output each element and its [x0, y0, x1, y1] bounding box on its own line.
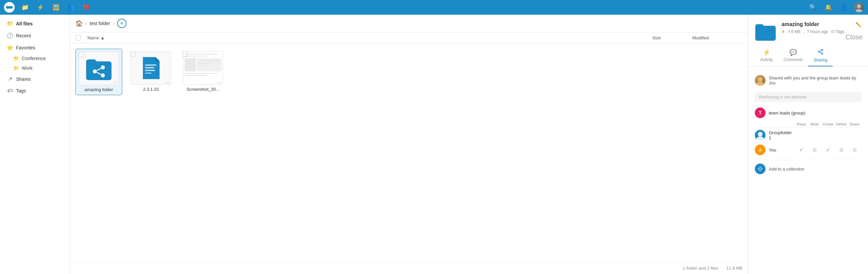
svg-point-18 [821, 53, 823, 54]
nextcloud-logo[interactable] [4, 2, 15, 13]
tab-activity[interactable]: ⚡ Activity [755, 45, 778, 66]
topbar: 📁 ⚡ 🖼️ 👥 ❤️ 🔍 🔔 👤 [0, 0, 868, 15]
tab-sharing[interactable]: Sharing [808, 45, 833, 66]
photos-nav-icon[interactable]: 🖼️ [51, 2, 61, 12]
file-grid-inner: amazing folder ··· [75, 49, 742, 95]
user-avatar[interactable] [854, 2, 864, 12]
breadcrumb-home[interactable]: 🏠 [75, 20, 83, 27]
svg-point-25 [759, 168, 762, 170]
svg-rect-12 [145, 64, 156, 66]
svg-rect-15 [145, 72, 152, 74]
file-grid: amazing folder ··· [70, 43, 748, 262]
sidebar-item-conference[interactable]: 📁 Conference [1, 54, 68, 63]
svg-point-9 [101, 73, 105, 78]
detail-size: 7.6 MB [788, 29, 801, 34]
file-svg [141, 56, 161, 80]
activity-tab-label: Activity [760, 57, 773, 62]
sidebar-item-all-files[interactable]: 📁 All files [1, 18, 68, 29]
file-item-2[interactable]: 2.3.1.15 ··· [127, 49, 174, 95]
groupfolder-avatar [755, 130, 766, 141]
add-collection-icon [755, 163, 766, 174]
sidebar-item-shares[interactable]: ↗ Shares [1, 73, 68, 85]
subfolder-icon: 📁 [13, 56, 19, 61]
sidebar-favorites-label: Favorites [16, 45, 35, 51]
detail-tags-button[interactable]: 🏷 Tags [831, 29, 844, 34]
perm-headers-row: Read Write Create Delete Share [755, 121, 861, 128]
file-checkbox-1[interactable] [130, 51, 135, 57]
svg-rect-13 [145, 67, 154, 68]
favorites-nav-icon[interactable]: ❤️ [82, 2, 91, 12]
svg-point-7 [93, 69, 97, 73]
sidebar-tags-label: Tags [16, 88, 26, 93]
modified-col-header[interactable]: Modified [692, 35, 742, 40]
detail-edit-icon[interactable]: ✏️ [856, 22, 861, 27]
files-nav-icon[interactable]: 📁 [20, 2, 30, 12]
detail-close-button[interactable]: Close [846, 33, 863, 41]
svg-line-20 [819, 51, 821, 51]
breadcrumb-folder[interactable]: test folder [90, 21, 110, 26]
file-more-0[interactable]: ··· [112, 79, 119, 86]
sharing-row-team-leads: T team leads (group) [755, 105, 861, 121]
you-name: You [769, 148, 795, 153]
tab-comments[interactable]: 💬 Comments [778, 45, 808, 66]
breadcrumb-sep-1: › [86, 21, 87, 26]
sidebar: 📁 All files 🕐 Recent ⭐ Favorites 📁 Confe… [0, 15, 70, 274]
notifications-icon[interactable]: 🔔 [823, 2, 833, 12]
breadcrumb-add-button[interactable]: + [117, 19, 127, 28]
perm-header-read: Read [795, 122, 808, 126]
breadcrumb-sep-2: › [113, 21, 115, 26]
file-count-label: 1 folder and 2 files [683, 266, 718, 271]
contacts-nav-icon[interactable]: 👥 [66, 2, 76, 12]
name-col-header[interactable]: Name ▲ [88, 35, 652, 40]
select-all-checkbox[interactable] [75, 35, 81, 40]
file-checkbox-2[interactable] [182, 51, 188, 57]
activity-nav-icon[interactable]: ⚡ [35, 2, 45, 12]
sidebar-item-tags[interactable]: 🏷 Tags [1, 85, 68, 96]
detail-time: 7 hours ago [807, 29, 828, 34]
file-list-header: Name ▲ Size Modified [70, 32, 748, 43]
add-collection-row[interactable]: Add to a collection [755, 160, 861, 178]
tag-icon: 🏷 [7, 88, 13, 94]
search-icon[interactable]: 🔍 [808, 2, 818, 12]
svg-point-24 [756, 136, 764, 141]
perm-header-create: Create [821, 122, 835, 126]
sidebar-shares-label: Shares [16, 77, 31, 82]
shared-by-message: Shared with you and the group team leads… [769, 75, 861, 86]
topbar-right: 🔍 🔔 👤 [808, 2, 864, 12]
file-item-amazing-folder[interactable]: amazing folder ··· [75, 49, 122, 95]
you-perm-read: ✓ [795, 147, 808, 153]
subfolder-work-icon: 📁 [13, 65, 19, 71]
svg-point-22 [756, 82, 764, 86]
sidebar-item-favorites[interactable]: ⭐ Favorites [1, 42, 68, 53]
size-col-header[interactable]: Size [652, 35, 692, 40]
svg-line-19 [819, 52, 821, 53]
contacts-icon[interactable]: 👤 [839, 2, 849, 12]
reshare-disabled-notice: Resharing is not allowed [755, 92, 861, 102]
file-more-1[interactable]: ··· [164, 79, 171, 86]
detail-separator: , [803, 29, 804, 34]
sort-asc-icon: ▲ [100, 35, 105, 40]
comments-tab-icon: 💬 [789, 49, 797, 56]
sidebar-item-work[interactable]: 📁 Work [1, 63, 68, 73]
detail-info: amazing folder ★ 7.6 MB , 7 hours ago 🏷 … [781, 21, 850, 34]
comments-tab-label: Comments [783, 57, 803, 62]
svg-point-16 [821, 50, 823, 51]
you-perm-write: ⊘ [808, 147, 821, 153]
sharing-info-bar: Shared with you and the group team leads… [755, 72, 861, 89]
folder-icon: 📁 [7, 20, 13, 27]
breadcrumb-bar: 🏠 › test folder › + [70, 15, 748, 32]
file-item-screenshot[interactable]: Screenshot_20... ··· [180, 49, 226, 95]
detail-sharing-content: Shared with you and the group team leads… [748, 66, 868, 183]
svg-point-6 [856, 9, 862, 12]
detail-folder-title: amazing folder [781, 21, 850, 27]
detail-tabs: ⚡ Activity 💬 Comments Sharing [748, 45, 868, 66]
topbar-left: 📁 ⚡ 🖼️ 👥 ❤️ [4, 2, 91, 13]
you-perm-create: ✓ [821, 147, 835, 153]
sharing-row-groupfolder: Groupfolder 1 [755, 128, 861, 143]
file-more-2[interactable]: ··· [216, 79, 223, 86]
sidebar-recent-label: Recent [16, 33, 31, 38]
file-checkbox-0[interactable] [79, 52, 84, 57]
app-layout: 📁 All files 🕐 Recent ⭐ Favorites 📁 Confe… [0, 0, 868, 274]
sidebar-item-recent[interactable]: 🕐 Recent [1, 30, 68, 41]
svg-point-21 [758, 77, 763, 82]
